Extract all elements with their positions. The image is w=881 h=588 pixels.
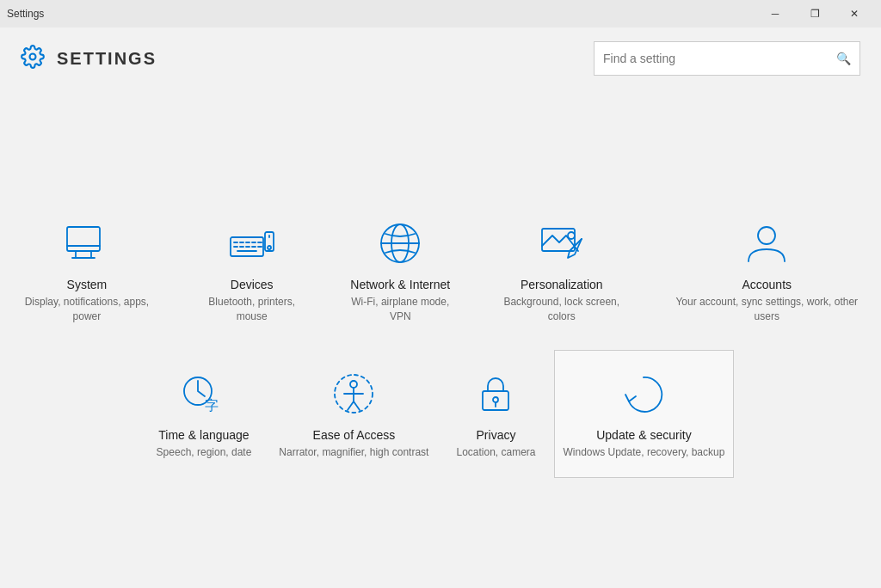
setting-ease-of-access[interactable]: Ease of Access Narrator, magnifier, high… [269,350,438,478]
system-icon [61,217,113,269]
main-content: System Display, notifications, apps, pow… [0,89,881,588]
title-bar-title: Settings [7,8,44,20]
setting-system[interactable]: System Display, notifications, apps, pow… [0,199,174,342]
svg-line-26 [570,239,582,251]
personalization-name: Personalization [521,278,603,291]
settings-row2: 字 Time & language Speech, region, date [147,350,735,478]
header-left: SETTINGS [21,45,157,72]
title-bar: Settings ─ ❐ ✕ [0,0,881,28]
setting-personalization[interactable]: Personalization Background, lock screen,… [479,199,644,342]
privacy-desc: Location, camera [456,445,535,460]
privacy-name: Privacy [477,428,516,442]
search-icon[interactable]: 🔍 [836,52,851,65]
update-security-icon [618,368,669,420]
devices-icon [226,217,278,269]
svg-text:字: 字 [205,398,219,413]
setting-devices[interactable]: Devices Bluetooth, printers, mouse [182,199,322,342]
accounts-icon [741,217,792,269]
svg-rect-1 [67,227,100,251]
accounts-name: Accounts [742,278,792,291]
svg-point-27 [758,227,775,244]
update-security-name: Update & security [596,428,692,442]
ease-of-access-desc: Narrator, magnifier, high contrast [279,445,428,460]
network-desc: Wi-Fi, airplane mode, VPN [339,295,461,324]
setting-update-security[interactable]: Update & security Windows Update, recove… [554,350,735,478]
update-security-desc: Windows Update, recovery, backup [564,445,725,460]
network-name: Network & Internet [350,278,450,291]
minimize-button[interactable]: ─ [755,0,795,28]
setting-network[interactable]: Network & Internet Wi-Fi, airplane mode,… [330,199,471,342]
devices-desc: Bluetooth, printers, mouse [192,295,312,324]
svg-point-25 [568,232,575,239]
system-desc: Display, notifications, apps, power [9,295,164,324]
title-bar-left: Settings [7,8,44,20]
time-language-icon: 字 [178,368,230,420]
setting-privacy[interactable]: Privacy Location, camera [447,350,545,478]
system-name: System [67,278,108,291]
accounts-desc: Your account, sync settings, work, other… [662,295,872,324]
search-input[interactable] [603,52,836,65]
gear-icon [21,45,45,72]
title-bar-controls: ─ ❐ ✕ [755,0,874,28]
setting-time-language[interactable]: 字 Time & language Speech, region, date [147,350,262,478]
privacy-icon [470,368,521,420]
personalization-desc: Background, lock screen, colors [489,295,634,324]
settings-row1: System Display, notifications, apps, pow… [0,199,881,342]
time-language-desc: Speech, region, date [157,445,252,460]
svg-point-0 [30,54,36,60]
svg-line-34 [348,401,354,410]
ease-of-access-icon [328,368,379,420]
devices-name: Devices [231,278,274,291]
personalization-icon [536,217,588,269]
svg-point-31 [350,381,357,388]
setting-accounts[interactable]: Accounts Your account, sync settings, wo… [653,199,881,342]
header: SETTINGS 🔍 [0,28,881,89]
svg-line-35 [354,401,360,410]
svg-point-19 [268,246,271,249]
close-button[interactable]: ✕ [835,0,874,28]
header-title: SETTINGS [57,49,157,69]
ease-of-access-name: Ease of Access [313,428,396,442]
network-icon [374,217,426,269]
time-language-name: Time & language [158,428,249,442]
maximize-button[interactable]: ❐ [795,0,835,28]
search-box[interactable]: 🔍 [594,41,860,76]
